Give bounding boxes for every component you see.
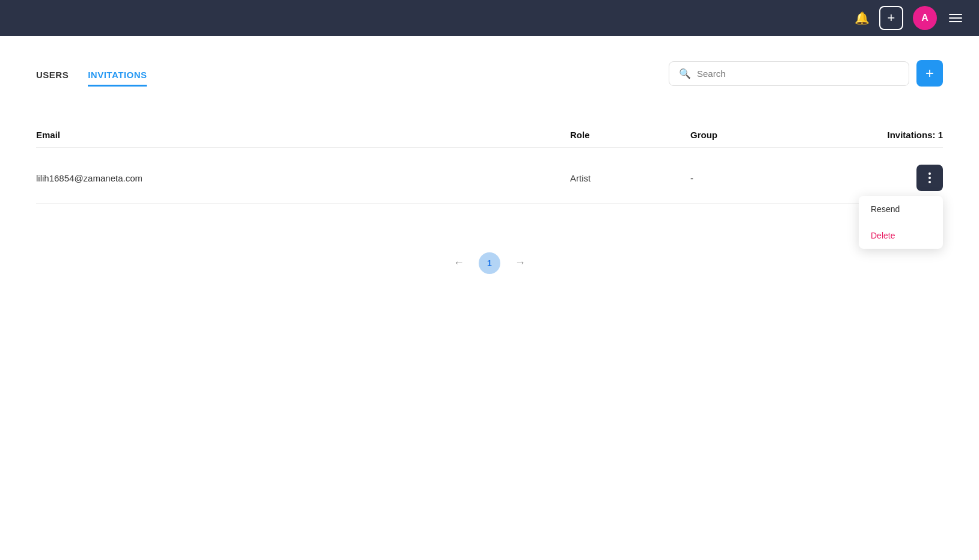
top-row: USERS INVITATIONS 🔍 + <box>36 60 943 87</box>
navbar-add-button[interactable]: + <box>879 6 903 30</box>
row-actions-button[interactable] <box>916 165 943 191</box>
cell-group: - <box>690 173 811 183</box>
prev-page-button[interactable]: ← <box>449 252 469 274</box>
bell-icon[interactable]: 🔔 <box>855 11 870 25</box>
page-number-1[interactable]: 1 <box>479 252 500 274</box>
table-header: Email Role Group Invitations: 1 <box>36 123 943 148</box>
cell-role: Artist <box>570 173 690 183</box>
add-invitation-button[interactable]: + <box>916 60 943 87</box>
tab-users[interactable]: USERS <box>36 70 69 87</box>
search-icon: 🔍 <box>679 68 691 79</box>
table-row: lilih16854@zamaneta.com Artist - Resend <box>36 153 943 204</box>
hamburger-menu-button[interactable] <box>947 11 965 25</box>
col-header-invitations: Invitations: 1 <box>811 130 943 140</box>
three-dots-icon <box>928 172 931 183</box>
col-header-group: Group <box>690 130 811 140</box>
cell-email: lilih16854@zamaneta.com <box>36 173 570 183</box>
col-header-role: Role <box>570 130 690 140</box>
col-header-email: Email <box>36 130 570 140</box>
delete-button[interactable]: Delete <box>859 222 943 249</box>
search-add-row: 🔍 + <box>669 60 943 87</box>
resend-button[interactable]: Resend <box>859 196 943 222</box>
actions-container: Resend Delete <box>916 165 943 191</box>
avatar[interactable]: A <box>913 6 937 30</box>
tab-invitations[interactable]: INVITATIONS <box>88 70 147 87</box>
search-input[interactable] <box>697 68 899 79</box>
navbar: 🔔 + A <box>0 0 979 36</box>
pagination: ← 1 → <box>36 252 943 274</box>
table-container: Email Role Group Invitations: 1 lilih168… <box>36 123 943 204</box>
search-box: 🔍 <box>669 61 909 86</box>
main-content: USERS INVITATIONS 🔍 + Email Role Group I… <box>0 36 979 560</box>
tabs: USERS INVITATIONS <box>36 70 147 87</box>
actions-dropdown: Resend Delete <box>859 196 943 249</box>
cell-actions: Resend Delete <box>811 165 943 191</box>
next-page-button[interactable]: → <box>510 252 530 274</box>
